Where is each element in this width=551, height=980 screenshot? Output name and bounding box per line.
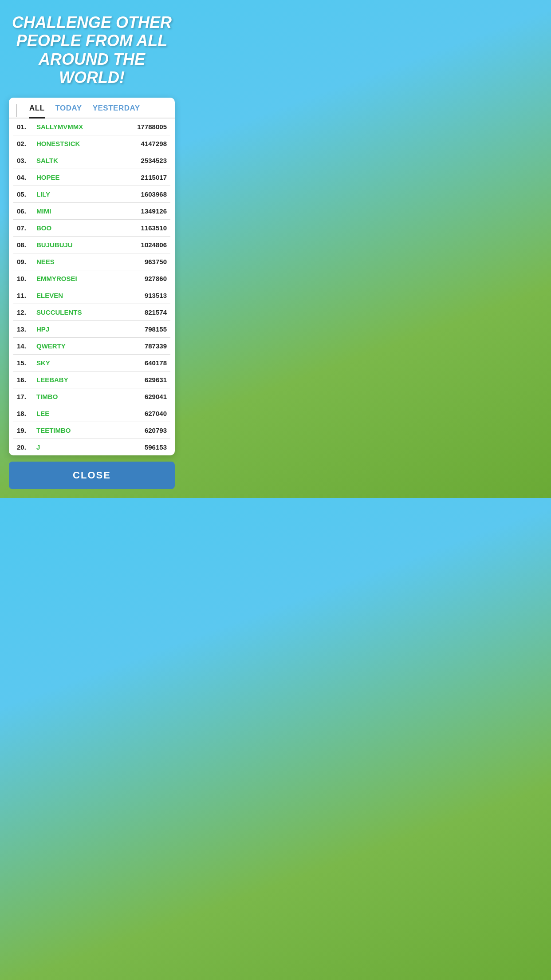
- player-name: ELEVEN: [36, 292, 63, 299]
- player-name: NEES: [36, 258, 55, 265]
- rank-label: 03.: [17, 157, 33, 164]
- player-name: BUJUBUJU: [36, 241, 73, 249]
- table-row: 08.BUJUBUJU1024806: [13, 237, 170, 253]
- player-name: BOO: [36, 224, 51, 232]
- rank-label: 18.: [17, 410, 33, 417]
- table-row: 06.MIMI1349126: [13, 203, 170, 220]
- player-score: 2534523: [141, 157, 167, 164]
- table-row: 15.SKY640178: [13, 355, 170, 371]
- player-name: SALLYMVMMX: [36, 123, 83, 130]
- player-name: EMMYROSEI: [36, 275, 77, 282]
- player-score: 2115017: [141, 174, 167, 181]
- player-score: 629631: [145, 376, 167, 383]
- table-row: 07.BOO1163510: [13, 220, 170, 237]
- table-row: 09.NEES963750: [13, 253, 170, 270]
- table-row: 17.TIMBO629041: [13, 388, 170, 405]
- table-row: 14.QWERTY787339: [13, 338, 170, 355]
- player-name: LEEBABY: [36, 376, 68, 383]
- table-row: 19.TEETIMBO620793: [13, 422, 170, 439]
- player-score: 629041: [145, 393, 167, 400]
- rank-label: 13.: [17, 325, 33, 333]
- rank-label: 19.: [17, 427, 33, 434]
- player-name: HONESTSICK: [36, 140, 80, 147]
- close-button[interactable]: CLOSE: [9, 462, 175, 489]
- rank-label: 15.: [17, 359, 33, 367]
- leaderboard-card: ALL TODAY YESTERDAY 01.SALLYMVMMX1778800…: [9, 98, 175, 455]
- player-name: HOPEE: [36, 174, 60, 181]
- player-name: MIMI: [36, 207, 51, 215]
- player-score: 913513: [145, 292, 167, 299]
- table-row: 02.HONESTSICK4147298: [13, 135, 170, 152]
- rank-label: 17.: [17, 393, 33, 400]
- player-name: HPJ: [36, 325, 49, 333]
- rank-label: 12.: [17, 308, 33, 316]
- rank-label: 07.: [17, 224, 33, 232]
- rank-label: 09.: [17, 258, 33, 265]
- player-name: TIMBO: [36, 393, 58, 400]
- table-row: 12.SUCCULENTS821574: [13, 304, 170, 321]
- player-name: TEETIMBO: [36, 427, 71, 434]
- table-row: 11.ELEVEN913513: [13, 287, 170, 304]
- player-score: 1163510: [141, 224, 167, 232]
- rank-label: 06.: [17, 207, 33, 215]
- player-score: 620793: [145, 427, 167, 434]
- player-score: 1603968: [141, 190, 167, 198]
- player-name: J: [36, 443, 40, 451]
- player-score: 963750: [145, 258, 167, 265]
- player-name: LEE: [36, 410, 49, 417]
- player-score: 787339: [145, 342, 167, 350]
- player-score: 640178: [145, 359, 167, 367]
- player-score: 596153: [145, 443, 167, 451]
- table-row: 18.LEE627040: [13, 405, 170, 422]
- player-score: 1024806: [141, 241, 167, 249]
- table-row: 10.EMMYROSEI927860: [13, 270, 170, 287]
- rank-label: 20.: [17, 443, 33, 451]
- player-score: 4147298: [141, 140, 167, 147]
- tab-all[interactable]: ALL: [29, 104, 45, 119]
- player-name: SKY: [36, 359, 50, 367]
- player-name: QWERTY: [36, 342, 66, 350]
- player-name: LILY: [36, 190, 50, 198]
- table-row: 01.SALLYMVMMX17788005: [13, 119, 170, 135]
- rank-label: 16.: [17, 376, 33, 383]
- player-name: SUCCULENTS: [36, 308, 82, 316]
- tab-yesterday[interactable]: YESTERDAY: [93, 104, 140, 117]
- table-row: 04.HOPEE2115017: [13, 169, 170, 186]
- rank-label: 08.: [17, 241, 33, 249]
- rank-label: 10.: [17, 275, 33, 282]
- player-name: SALTK: [36, 157, 58, 164]
- table-row: 05.LILY1603968: [13, 186, 170, 203]
- player-score: 627040: [145, 410, 167, 417]
- table-row: 16.LEEBABY629631: [13, 371, 170, 388]
- table-row: 03.SALTK2534523: [13, 152, 170, 169]
- player-score: 1349126: [141, 207, 167, 215]
- rank-label: 04.: [17, 174, 33, 181]
- leaderboard-list: 01.SALLYMVMMX1778800502.HONESTSICK414729…: [9, 119, 175, 455]
- tab-bar: ALL TODAY YESTERDAY: [9, 98, 175, 119]
- rank-label: 02.: [17, 140, 33, 147]
- table-row: 13.HPJ798155: [13, 321, 170, 338]
- player-score: 17788005: [137, 123, 167, 130]
- player-score: 798155: [145, 325, 167, 333]
- rank-label: 11.: [17, 292, 33, 299]
- tab-divider: [16, 104, 17, 117]
- player-score: 927860: [145, 275, 167, 282]
- rank-label: 01.: [17, 123, 33, 130]
- page-headline: CHALLENGE OTHER PEOPLE FROM ALL AROUND T…: [9, 13, 175, 87]
- rank-label: 14.: [17, 342, 33, 350]
- table-row: 20.J596153: [13, 439, 170, 455]
- tab-today[interactable]: TODAY: [55, 104, 82, 117]
- player-score: 821574: [145, 308, 167, 316]
- rank-label: 05.: [17, 190, 33, 198]
